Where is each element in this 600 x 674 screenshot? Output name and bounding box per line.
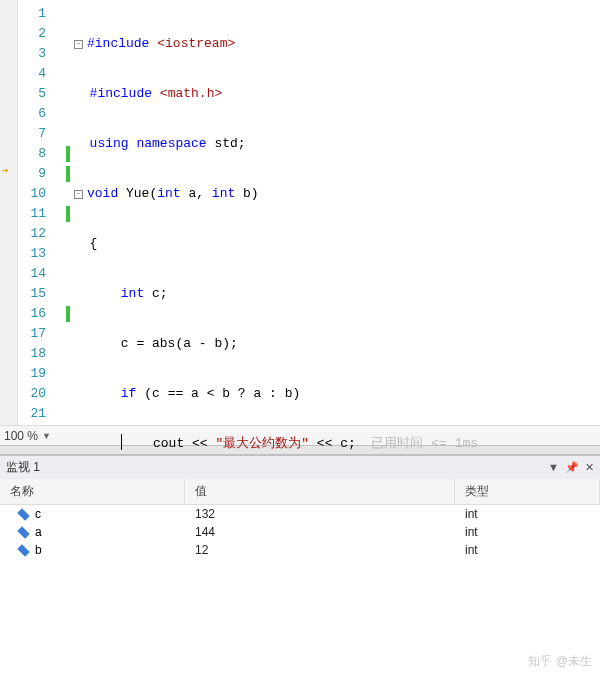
code-text-area[interactable]: -#include <iostream> #include <math.h> u…: [70, 0, 600, 425]
watch-var-type: int: [455, 507, 600, 521]
fold-icon[interactable]: -: [74, 190, 83, 199]
watch-var-type: int: [455, 543, 600, 557]
watch-header-value[interactable]: 值: [185, 479, 455, 504]
breakpoint-gutter[interactable]: ➔: [0, 0, 18, 425]
watch-var-value: 144: [185, 525, 455, 539]
watch-var-value: 12: [185, 543, 455, 557]
line-number-gutter: 1234567 891011121314 15161718192021: [18, 0, 56, 425]
watch-var-name: a: [35, 525, 42, 539]
watch-var-value: 132: [185, 507, 455, 521]
watch-panel-title-bar[interactable]: 监视 1 ▼ 📌 ✕: [0, 456, 600, 479]
watch-row[interactable]: b 12 int: [0, 541, 600, 559]
zoom-level[interactable]: 100 %: [4, 429, 38, 443]
variable-icon: [17, 508, 29, 520]
close-icon[interactable]: ✕: [585, 461, 594, 474]
watch-header-type[interactable]: 类型: [455, 479, 600, 504]
watch-header-name[interactable]: 名称: [0, 479, 185, 504]
watch-row[interactable]: a 144 int: [0, 523, 600, 541]
watch-var-type: int: [455, 525, 600, 539]
variable-icon: [17, 544, 29, 556]
code-editor[interactable]: ➔ 1234567 891011121314 15161718192021 -#…: [0, 0, 600, 425]
timing-hint: 已用时间 <= 1ms: [371, 436, 478, 451]
change-marker-gutter: [56, 0, 70, 425]
watermark: 知乎 @未生: [528, 653, 592, 670]
chevron-down-icon[interactable]: ▼: [42, 431, 51, 441]
pin-icon[interactable]: 📌: [565, 461, 579, 474]
watch-var-name: b: [35, 543, 42, 557]
watch-row[interactable]: c 132 int: [0, 505, 600, 523]
watch-header-row: 名称 值 类型: [0, 479, 600, 505]
watch-panel: 监视 1 ▼ 📌 ✕ 名称 值 类型 c 132 int a 144 int b…: [0, 455, 600, 674]
fold-icon[interactable]: -: [74, 40, 83, 49]
watch-var-name: c: [35, 507, 41, 521]
current-line-arrow-icon: ➔: [2, 164, 9, 177]
watch-panel-title: 监视 1: [6, 459, 40, 476]
dropdown-icon[interactable]: ▼: [548, 461, 559, 474]
variable-icon: [17, 526, 29, 538]
